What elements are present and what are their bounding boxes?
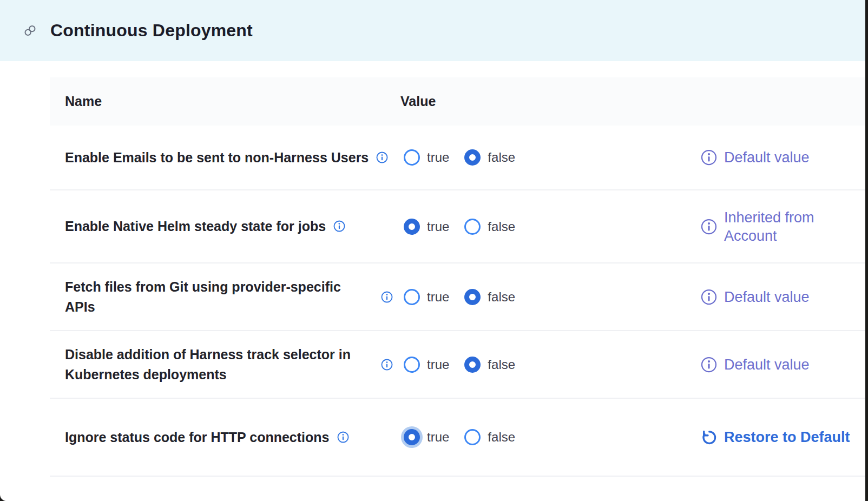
radio-option-true[interactable]: true (404, 357, 449, 373)
setting-value-cell: true false (381, 190, 530, 262)
radio-label-true: true (427, 430, 449, 445)
setting-value-cell: true false (381, 126, 530, 189)
setting-row: Enable Emails to be sent to non-Harness … (50, 126, 865, 190)
info-icon[interactable] (337, 431, 349, 443)
radio-circle-true[interactable] (404, 429, 420, 445)
info-icon[interactable] (701, 289, 717, 305)
radio-circle-true[interactable] (404, 219, 420, 235)
status-label: Inherited from Account (724, 208, 840, 245)
radio-label-false: false (488, 430, 515, 445)
radio-circle-false[interactable] (464, 289, 481, 305)
info-icon[interactable] (381, 291, 393, 303)
setting-name-cell: Enable Emails to be sent to non-Harness … (65, 148, 417, 168)
setting-status: Inherited from Account (701, 190, 840, 262)
radio-circle-false[interactable] (464, 219, 481, 235)
setting-label: Enable Native Helm steady state for jobs (65, 219, 326, 234)
setting-status: Default value (701, 331, 810, 398)
radio-label-true: true (427, 357, 449, 372)
radio-option-true[interactable]: true (404, 289, 449, 305)
radio-label-false: false (488, 289, 515, 305)
radio-circle-false[interactable] (464, 429, 481, 445)
status-label: Default value (724, 355, 810, 374)
settings-rows: Enable Emails to be sent to non-Harness … (50, 126, 865, 477)
value-icon-slot (381, 359, 404, 371)
info-icon[interactable] (701, 357, 717, 373)
value-icon-slot (381, 291, 404, 303)
setting-value-cell: true false (381, 399, 530, 476)
radio-circle-true[interactable] (404, 149, 420, 166)
radio-label-true: true (427, 289, 449, 305)
section-header: Continuous Deployment (0, 0, 868, 61)
info-icon[interactable] (701, 149, 717, 166)
radio-circle-false[interactable] (464, 149, 481, 166)
radio-option-false[interactable]: false (464, 357, 515, 373)
setting-value-cell: true false (381, 263, 530, 330)
screen-edge-artifact (865, 0, 868, 501)
setting-row: Ignore status code for HTTP connections … (50, 399, 865, 477)
radio-option-false[interactable]: false (464, 429, 515, 445)
radio-option-false[interactable]: false (464, 149, 515, 166)
setting-label: Enable Emails to be sent to non-Harness … (65, 150, 369, 165)
restore-icon[interactable] (701, 429, 717, 445)
corner-mask (0, 488, 13, 501)
radio-label-false: false (488, 219, 515, 234)
radio-label-true: true (427, 219, 449, 234)
radio-option-true[interactable]: true (404, 149, 449, 166)
table-header-row: Name Value (50, 77, 865, 126)
setting-status: Default value (701, 263, 810, 330)
info-icon[interactable] (701, 219, 717, 235)
status-label: Default value (724, 148, 810, 167)
radio-label-false: false (488, 357, 515, 372)
column-header-value: Value (400, 94, 436, 109)
radio-option-true[interactable]: true (404, 429, 449, 445)
info-icon[interactable] (333, 220, 345, 232)
settings-table: Name Value Enable Emails to be sent to n… (50, 77, 865, 477)
radio-option-false[interactable]: false (464, 289, 515, 305)
radio-circle-true[interactable] (404, 289, 420, 305)
status-label: Default value (724, 288, 810, 306)
setting-status: Default value (701, 126, 810, 189)
setting-label: Ignore status code for HTTP connections (65, 430, 330, 445)
radio-option-false[interactable]: false (464, 219, 515, 235)
radio-circle-false[interactable] (464, 357, 481, 373)
setting-label: Fetch files from Git using provider-spec… (65, 279, 341, 314)
setting-name-cell: Fetch files from Git using provider-spec… (65, 277, 360, 317)
restore-to-default-button[interactable]: Restore to Default (701, 399, 850, 476)
link-icon[interactable] (24, 24, 36, 37)
status-label[interactable]: Restore to Default (724, 428, 850, 446)
radio-label-true: true (427, 150, 449, 165)
radio-circle-true[interactable] (404, 357, 420, 373)
setting-row: Fetch files from Git using provider-spec… (50, 263, 865, 331)
setting-row: Disable addition of Harness track select… (50, 331, 865, 399)
info-icon[interactable] (381, 359, 393, 371)
setting-name-cell: Enable Native Helm steady state for jobs (65, 216, 417, 236)
column-header-name: Name (65, 94, 102, 109)
setting-row: Enable Native Helm steady state for jobs… (50, 190, 865, 263)
setting-name-cell: Ignore status code for HTTP connections (65, 427, 417, 447)
setting-value-cell: true false (381, 331, 530, 398)
radio-label-false: false (488, 150, 515, 165)
setting-label: Disable addition of Harness track select… (65, 347, 351, 382)
radio-option-true[interactable]: true (404, 219, 449, 235)
setting-name-cell: Disable addition of Harness track select… (65, 345, 360, 385)
page-title: Continuous Deployment (50, 21, 253, 41)
